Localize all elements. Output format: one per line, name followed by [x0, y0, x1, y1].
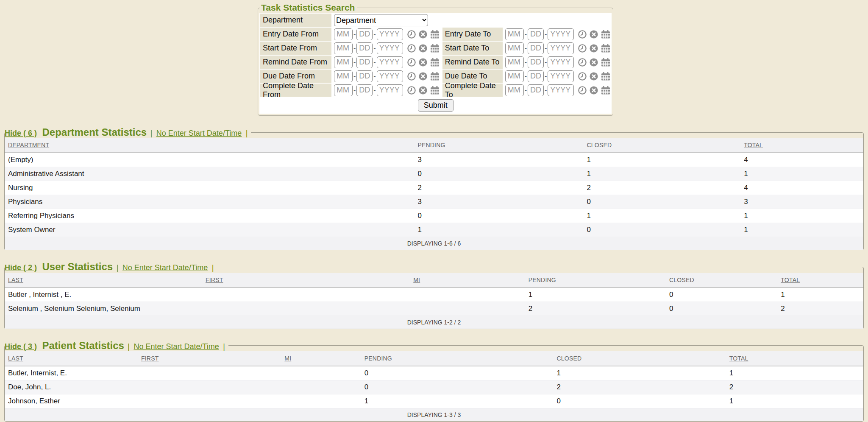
submit-button[interactable]: Submit	[418, 99, 453, 112]
table-row: System Owner101	[5, 223, 863, 237]
no-enter-start-date-link[interactable]: No Enter Start Date/Time	[122, 263, 208, 272]
clock-icon[interactable]	[578, 86, 587, 95]
clock-icon[interactable]	[407, 58, 416, 67]
clear-icon[interactable]	[418, 44, 428, 53]
day-input[interactable]	[356, 84, 373, 96]
table-cell: Butler , Internist , E.	[5, 288, 202, 302]
month-input[interactable]	[505, 70, 524, 82]
calendar-icon[interactable]	[601, 44, 611, 53]
date-separator: -	[373, 73, 376, 80]
month-input[interactable]	[505, 56, 524, 68]
table-row: Referring Physicians011	[5, 209, 863, 223]
no-enter-start-date-link[interactable]: No Enter Start Date/Time	[134, 342, 219, 351]
month-input[interactable]	[505, 84, 524, 96]
day-input[interactable]	[356, 28, 373, 40]
clock-icon[interactable]	[407, 44, 416, 53]
column-header-last[interactable]: LAST	[5, 273, 202, 288]
day-input[interactable]	[356, 42, 373, 54]
year-input[interactable]	[548, 42, 574, 54]
clear-icon[interactable]	[589, 44, 598, 53]
year-input[interactable]	[377, 84, 403, 96]
clear-icon[interactable]	[589, 30, 598, 39]
column-header-closed: CLOSED	[584, 138, 741, 153]
clock-icon[interactable]	[578, 72, 587, 81]
clock-icon[interactable]	[578, 58, 587, 67]
date-to-label: Remind Date To	[442, 56, 503, 69]
table-row: (Empty)314	[5, 153, 863, 167]
month-input[interactable]	[505, 42, 524, 54]
clock-icon[interactable]	[578, 44, 587, 53]
section-title: Patient Statistics	[42, 340, 124, 351]
year-input[interactable]	[377, 56, 403, 68]
calendar-icon[interactable]	[430, 86, 440, 95]
calendar-icon[interactable]	[430, 30, 440, 39]
calendar-icon[interactable]	[430, 58, 440, 67]
column-header-first[interactable]: FIRST	[202, 273, 410, 288]
clear-icon[interactable]	[589, 72, 598, 81]
date-filter-row: Due Date From - - Due Date To - -	[260, 70, 611, 83]
column-header-pending: PENDING	[414, 138, 583, 153]
table-cell: System Owner	[5, 223, 414, 237]
column-header-first[interactable]: FIRST	[138, 351, 281, 366]
year-input[interactable]	[377, 70, 403, 82]
clear-icon[interactable]	[418, 72, 428, 81]
section-patient-statistics: Hide ( 3 ) Patient Statistics | No Enter…	[4, 340, 864, 422]
clear-icon[interactable]	[589, 58, 598, 67]
month-input[interactable]	[505, 28, 524, 40]
month-input[interactable]	[334, 70, 353, 82]
calendar-icon[interactable]	[601, 30, 611, 39]
calendar-icon[interactable]	[430, 44, 440, 53]
calendar-icon[interactable]	[601, 72, 611, 81]
table-cell: 1	[361, 394, 554, 408]
hide-link[interactable]: Hide ( 2 )	[5, 263, 37, 272]
calendar-icon[interactable]	[430, 72, 440, 81]
clear-icon[interactable]	[418, 58, 428, 67]
day-input[interactable]	[528, 28, 544, 40]
clock-icon[interactable]	[407, 30, 416, 39]
table-cell: 2	[777, 302, 863, 316]
day-input[interactable]	[356, 56, 373, 68]
date-separator: -	[373, 87, 376, 94]
clear-icon[interactable]	[589, 86, 598, 95]
table-cell: 4	[740, 153, 863, 167]
column-header-department[interactable]: DEPARTMENT	[5, 138, 414, 153]
department-select[interactable]: Department	[334, 14, 428, 26]
column-header-total[interactable]: TOTAL	[777, 273, 863, 288]
year-input[interactable]	[548, 28, 574, 40]
column-header-total[interactable]: TOTAL	[726, 351, 863, 366]
no-enter-start-date-link[interactable]: No Enter Start Date/Time	[156, 129, 242, 137]
day-input[interactable]	[528, 56, 544, 68]
year-input[interactable]	[548, 56, 574, 68]
clear-icon[interactable]	[418, 86, 428, 95]
column-header-mi[interactable]: MI	[410, 273, 525, 288]
year-input[interactable]	[548, 70, 574, 82]
month-input[interactable]	[334, 42, 353, 54]
clock-icon[interactable]	[407, 72, 416, 81]
day-input[interactable]	[356, 70, 373, 82]
table-cell: 1	[584, 209, 741, 223]
hide-link[interactable]: Hide ( 6 )	[5, 129, 37, 137]
calendar-icon[interactable]	[601, 58, 611, 67]
day-input[interactable]	[528, 42, 544, 54]
year-input[interactable]	[377, 42, 403, 54]
month-input[interactable]	[334, 84, 353, 96]
clock-icon[interactable]	[407, 86, 416, 95]
column-header-pending: PENDING	[361, 351, 554, 366]
day-input[interactable]	[528, 70, 544, 82]
clock-icon[interactable]	[578, 30, 587, 39]
calendar-icon[interactable]	[601, 86, 611, 95]
column-header-last[interactable]: LAST	[5, 351, 138, 366]
hide-link[interactable]: Hide ( 3 )	[5, 342, 37, 351]
year-input[interactable]	[377, 28, 403, 40]
column-header-mi[interactable]: MI	[281, 351, 361, 366]
table-row: Butler , Internist , E.101	[5, 288, 863, 302]
task-statistics-search-form: Task Statistics Search Department Depart…	[258, 3, 613, 116]
separator-pipe: |	[128, 342, 130, 351]
date-filter-row: Complete Date From - - Complete Date To …	[260, 84, 611, 97]
month-input[interactable]	[334, 56, 353, 68]
year-input[interactable]	[548, 84, 574, 96]
month-input[interactable]	[334, 28, 353, 40]
clear-icon[interactable]	[418, 30, 428, 39]
day-input[interactable]	[528, 84, 544, 96]
column-header-total[interactable]: TOTAL	[740, 138, 863, 153]
